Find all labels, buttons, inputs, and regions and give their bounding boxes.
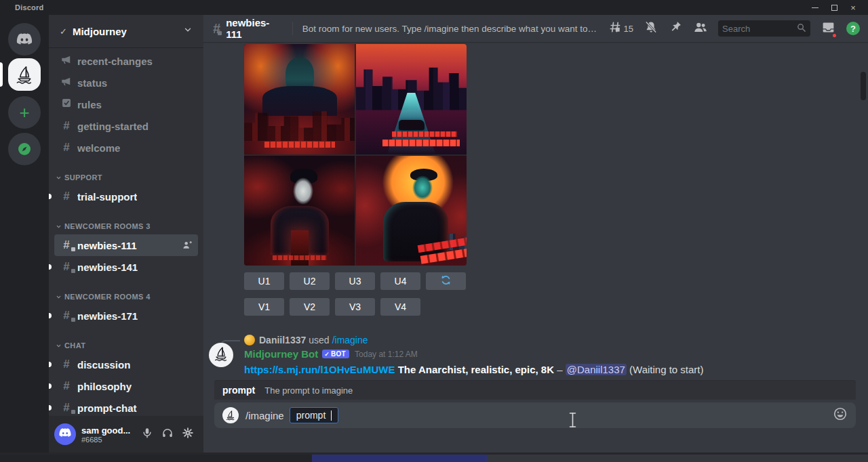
user-info[interactable]: sam good... #6685	[81, 425, 137, 444]
bot-avatar-small	[222, 407, 239, 423]
user-mention[interactable]: @Daniil1337	[566, 364, 627, 375]
channel-getting-started[interactable]: # getting-started	[54, 115, 198, 137]
member-list-button[interactable]	[693, 20, 707, 37]
user-panel: sam good... #6685	[49, 416, 203, 453]
channel-topic[interactable]: Bot room for new users. Type /imagine th…	[302, 24, 597, 34]
section-newcomer-rooms-4[interactable]: NEWCOMER ROOMS 4	[49, 289, 203, 305]
emoji-picker-button[interactable]	[833, 406, 848, 424]
server-name: Midjourney	[73, 26, 183, 37]
create-invite-icon[interactable]	[182, 240, 193, 251]
variation-1-button[interactable]: V1	[244, 298, 284, 316]
help-button[interactable]: ?	[846, 22, 860, 35]
thread-count: 15	[624, 24, 633, 34]
user-settings-button[interactable]	[178, 424, 198, 444]
headphones-icon	[161, 427, 174, 442]
window-titlebar: Discord ×	[0, 0, 868, 15]
sailboat-icon	[14, 64, 35, 85]
notification-settings-button[interactable]	[644, 20, 658, 37]
help-icon: ?	[846, 22, 860, 35]
upscale-3-button[interactable]: U3	[335, 272, 375, 290]
midjourney-image-grid[interactable]	[244, 44, 467, 266]
channel-list: recent-changes status rules # getting-st…	[49, 47, 203, 416]
channel-trial-support[interactable]: # trial-support	[54, 186, 198, 207]
channel-prompt-chat[interactable]: # prompt-chat	[54, 397, 198, 416]
hash-square-icon	[608, 20, 622, 37]
search-input[interactable]: Search	[718, 20, 810, 37]
hash-icon: #	[60, 379, 73, 393]
selected-server-pill	[0, 62, 3, 87]
chevron-down-icon	[183, 25, 193, 37]
refresh-icon	[440, 274, 452, 288]
username: sam good...	[81, 425, 137, 436]
server-icon-midjourney[interactable]	[8, 58, 41, 91]
section-newcomer-rooms-3[interactable]: NEWCOMER ROOMS 3	[49, 218, 203, 234]
generated-image-2	[356, 44, 467, 154]
pinned-messages-button[interactable]	[669, 20, 682, 37]
channel-newbies-111[interactable]: # newbies-111	[54, 234, 198, 256]
maximize-button[interactable]	[825, 0, 844, 15]
bot-avatar[interactable]	[209, 343, 233, 367]
reply-username: Daniil1337	[259, 335, 306, 345]
upscale-2-button[interactable]: U2	[290, 272, 330, 290]
section-chat[interactable]: CHAT	[49, 337, 203, 354]
hash-icon: #	[60, 358, 73, 371]
message-input-bar[interactable]: /imagine prompt	[214, 402, 856, 428]
upscale-1-button[interactable]: U1	[244, 272, 284, 290]
channel-recent-changes[interactable]: recent-changes	[54, 50, 198, 72]
chevron-down-icon	[56, 343, 62, 349]
discord-app-window: Discord × +	[0, 0, 868, 462]
rules-icon	[60, 98, 73, 112]
slash-command-autocomplete[interactable]: prompt The prompt to imagine	[214, 381, 856, 400]
home-button[interactable]	[8, 23, 41, 56]
minimize-button[interactable]	[806, 0, 825, 15]
unread-indicator	[49, 194, 52, 199]
add-server-button[interactable]: +	[8, 96, 41, 129]
bot-username[interactable]: Midjourney Bot	[244, 348, 318, 360]
threads-button[interactable]: 15	[608, 20, 633, 37]
verified-check-icon: ✓	[60, 26, 67, 37]
hash-icon: #	[60, 190, 73, 203]
variation-2-button[interactable]: V2	[290, 298, 330, 316]
mute-microphone-button[interactable]	[137, 424, 157, 444]
inbox-button[interactable]	[821, 20, 835, 37]
command-reply-context[interactable]: Daniil1337 used /imagine	[244, 335, 368, 345]
channel-newbies-141[interactable]: # newbies-141	[54, 256, 198, 278]
gear-icon	[182, 427, 194, 442]
prompt-text: The Anarchist, realistic, epic, 8K	[398, 364, 554, 375]
explore-servers-button[interactable]	[8, 133, 41, 165]
user-mini-avatar	[244, 335, 255, 345]
section-support[interactable]: SUPPORT	[49, 169, 203, 186]
emoji-smiley-icon	[833, 406, 848, 424]
channel-welcome[interactable]: # welcome	[54, 137, 198, 159]
prompt-image-link[interactable]: https://s.mj.run/l1OHvEuMUWE	[244, 364, 395, 375]
channel-status[interactable]: status	[54, 72, 198, 93]
option-name: prompt	[222, 385, 255, 396]
channel-rules[interactable]: rules	[54, 93, 198, 115]
hash-icon: #	[60, 141, 73, 154]
background-window-blue-segment	[312, 455, 487, 462]
inbox-badge	[831, 33, 837, 39]
deafen-button[interactable]	[157, 424, 178, 444]
prompt-option-field[interactable]: prompt	[290, 407, 339, 423]
channel-philosophy[interactable]: # philosophy	[54, 375, 198, 397]
close-button[interactable]: ×	[844, 0, 863, 15]
channel-newbies-171[interactable]: # newbies-171	[54, 305, 198, 327]
variation-3-button[interactable]: V3	[335, 298, 375, 316]
chat-scrollbar[interactable]	[861, 72, 866, 424]
server-header[interactable]: ✓ Midjourney	[49, 15, 203, 47]
pin-icon	[669, 20, 682, 37]
unread-indicator	[49, 362, 52, 367]
bell-slash-icon	[644, 20, 658, 37]
reroll-button[interactable]	[426, 272, 466, 290]
microphone-icon	[141, 427, 153, 442]
command-link[interactable]: /imagine	[332, 335, 368, 345]
user-avatar[interactable]	[54, 423, 76, 445]
search-icon	[796, 22, 806, 35]
channel-discussion[interactable]: # discussion	[54, 354, 198, 375]
search-placeholder: Search	[722, 24, 796, 34]
variation-4-button[interactable]: V4	[380, 298, 420, 316]
upscale-4-button[interactable]: U4	[380, 272, 420, 290]
generation-status: (Waiting to start)	[629, 364, 703, 375]
sailboat-icon	[213, 345, 229, 364]
channel-header-name: newbies-111	[226, 17, 283, 40]
